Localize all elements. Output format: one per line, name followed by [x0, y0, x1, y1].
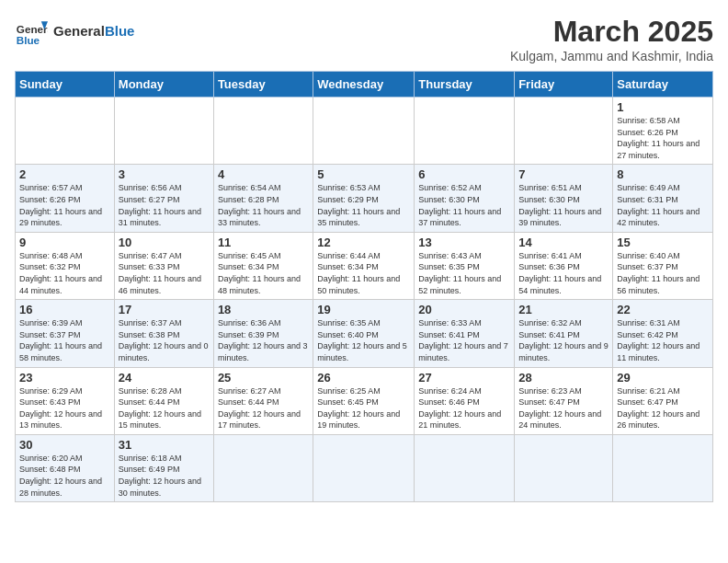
- day-number: 14: [518, 236, 609, 249]
- day-number: 27: [418, 371, 510, 385]
- calendar-cell: [313, 434, 415, 501]
- day-info: Sunrise: 6:20 AM Sunset: 6:48 PM Dayligh…: [19, 453, 110, 499]
- weekday-header: Sunday: [16, 72, 115, 98]
- weekday-header: Monday: [114, 72, 213, 98]
- day-number: 10: [119, 236, 210, 249]
- day-number: 3: [119, 167, 210, 181]
- calendar-cell: 8Sunrise: 6:49 AM Sunset: 6:31 PM Daylig…: [613, 165, 713, 232]
- day-number: 13: [418, 236, 510, 249]
- day-info: Sunrise: 6:32 AM Sunset: 6:41 PM Dayligh…: [518, 317, 609, 363]
- day-info: Sunrise: 6:39 AM Sunset: 6:37 PM Dayligh…: [19, 317, 110, 363]
- calendar-cell: 5Sunrise: 6:53 AM Sunset: 6:29 PM Daylig…: [313, 165, 415, 232]
- calendar-cell: 31Sunrise: 6:18 AM Sunset: 6:49 PM Dayli…: [114, 434, 213, 501]
- day-number: 4: [218, 167, 309, 181]
- day-info: Sunrise: 6:31 AM Sunset: 6:42 PM Dayligh…: [617, 317, 709, 363]
- calendar-cell: [313, 98, 415, 165]
- day-info: Sunrise: 6:27 AM Sunset: 6:44 PM Dayligh…: [218, 385, 309, 431]
- day-number: 31: [119, 438, 210, 452]
- calendar-cell: [415, 434, 515, 501]
- calendar-cell: [613, 434, 713, 501]
- calendar-cell: 23Sunrise: 6:29 AM Sunset: 6:43 PM Dayli…: [16, 367, 115, 434]
- logo-icon: General Blue: [15, 15, 48, 48]
- logo-blue: Blue: [105, 23, 135, 39]
- calendar-cell: 22Sunrise: 6:31 AM Sunset: 6:42 PM Dayli…: [613, 300, 713, 367]
- calendar-cell: 10Sunrise: 6:47 AM Sunset: 6:33 PM Dayli…: [114, 232, 213, 299]
- day-number: 2: [19, 167, 110, 181]
- weekday-header: Saturday: [613, 72, 713, 98]
- day-info: Sunrise: 6:57 AM Sunset: 6:26 PM Dayligh…: [19, 182, 110, 228]
- calendar-cell: 9Sunrise: 6:48 AM Sunset: 6:32 PM Daylig…: [16, 232, 115, 299]
- calendar-cell: 14Sunrise: 6:41 AM Sunset: 6:36 PM Dayli…: [515, 232, 613, 299]
- weekday-header: Thursday: [415, 72, 515, 98]
- day-info: Sunrise: 6:25 AM Sunset: 6:45 PM Dayligh…: [317, 385, 410, 431]
- day-info: Sunrise: 6:47 AM Sunset: 6:33 PM Dayligh…: [119, 250, 210, 296]
- weekday-header: Wednesday: [313, 72, 415, 98]
- calendar-week-row: 30Sunrise: 6:20 AM Sunset: 6:48 PM Dayli…: [16, 434, 713, 501]
- svg-text:Blue: Blue: [17, 34, 40, 46]
- day-info: Sunrise: 6:53 AM Sunset: 6:29 PM Dayligh…: [317, 182, 410, 228]
- calendar-cell: 11Sunrise: 6:45 AM Sunset: 6:34 PM Dayli…: [213, 232, 313, 299]
- page-header: General Blue GeneralBlue March 2025 Kulg…: [15, 15, 713, 63]
- day-info: Sunrise: 6:48 AM Sunset: 6:32 PM Dayligh…: [19, 250, 110, 296]
- day-info: Sunrise: 6:28 AM Sunset: 6:44 PM Dayligh…: [119, 385, 210, 431]
- weekday-header: Friday: [515, 72, 613, 98]
- calendar-cell: [114, 98, 213, 165]
- day-info: Sunrise: 6:54 AM Sunset: 6:28 PM Dayligh…: [218, 182, 309, 228]
- calendar-week-row: 16Sunrise: 6:39 AM Sunset: 6:37 PM Dayli…: [16, 300, 713, 367]
- calendar-cell: 25Sunrise: 6:27 AM Sunset: 6:44 PM Dayli…: [213, 367, 313, 434]
- calendar-cell: [213, 98, 313, 165]
- day-info: Sunrise: 6:56 AM Sunset: 6:27 PM Dayligh…: [119, 182, 210, 228]
- day-number: 8: [617, 167, 709, 181]
- day-number: 21: [518, 303, 609, 316]
- calendar-cell: 27Sunrise: 6:24 AM Sunset: 6:46 PM Dayli…: [415, 367, 515, 434]
- day-info: Sunrise: 6:43 AM Sunset: 6:35 PM Dayligh…: [418, 250, 510, 296]
- calendar-week-row: 1Sunrise: 6:58 AM Sunset: 6:26 PM Daylig…: [16, 98, 713, 165]
- day-number: 9: [19, 236, 110, 249]
- day-info: Sunrise: 6:29 AM Sunset: 6:43 PM Dayligh…: [19, 385, 110, 431]
- calendar-cell: [515, 434, 613, 501]
- day-number: 5: [317, 167, 410, 181]
- day-info: Sunrise: 6:33 AM Sunset: 6:41 PM Dayligh…: [418, 317, 510, 363]
- day-info: Sunrise: 6:44 AM Sunset: 6:34 PM Dayligh…: [317, 250, 410, 296]
- calendar-cell: 17Sunrise: 6:37 AM Sunset: 6:38 PM Dayli…: [114, 300, 213, 367]
- day-number: 1: [617, 100, 709, 114]
- calendar-cell: [16, 98, 115, 165]
- calendar-cell: 2Sunrise: 6:57 AM Sunset: 6:26 PM Daylig…: [16, 165, 115, 232]
- calendar-cell: 12Sunrise: 6:44 AM Sunset: 6:34 PM Dayli…: [313, 232, 415, 299]
- day-info: Sunrise: 6:24 AM Sunset: 6:46 PM Dayligh…: [418, 385, 510, 431]
- day-info: Sunrise: 6:35 AM Sunset: 6:40 PM Dayligh…: [317, 317, 410, 363]
- calendar-cell: 4Sunrise: 6:54 AM Sunset: 6:28 PM Daylig…: [213, 165, 313, 232]
- calendar-cell: 24Sunrise: 6:28 AM Sunset: 6:44 PM Dayli…: [114, 367, 213, 434]
- day-number: 19: [317, 303, 410, 316]
- calendar-cell: 6Sunrise: 6:52 AM Sunset: 6:30 PM Daylig…: [415, 165, 515, 232]
- weekday-header: Tuesday: [213, 72, 313, 98]
- day-info: Sunrise: 6:23 AM Sunset: 6:47 PM Dayligh…: [518, 385, 609, 431]
- day-number: 15: [617, 236, 709, 249]
- day-number: 29: [617, 371, 709, 385]
- day-info: Sunrise: 6:18 AM Sunset: 6:49 PM Dayligh…: [119, 453, 210, 499]
- day-number: 30: [19, 438, 110, 452]
- logo-general: General: [53, 23, 105, 39]
- location: Kulgam, Jammu and Kashmir, India: [510, 49, 713, 63]
- day-number: 20: [418, 303, 510, 316]
- calendar-cell: 20Sunrise: 6:33 AM Sunset: 6:41 PM Dayli…: [415, 300, 515, 367]
- month-title: March 2025: [510, 15, 713, 49]
- day-number: 16: [19, 303, 110, 316]
- title-block: March 2025 Kulgam, Jammu and Kashmir, In…: [510, 15, 713, 63]
- calendar-table: SundayMondayTuesdayWednesdayThursdayFrid…: [15, 71, 713, 502]
- day-number: 12: [317, 236, 410, 249]
- day-info: Sunrise: 6:36 AM Sunset: 6:39 PM Dayligh…: [218, 317, 309, 363]
- calendar-cell: [415, 98, 515, 165]
- day-number: 26: [317, 371, 410, 385]
- day-info: Sunrise: 6:58 AM Sunset: 6:26 PM Dayligh…: [617, 115, 709, 161]
- calendar-cell: 7Sunrise: 6:51 AM Sunset: 6:30 PM Daylig…: [515, 165, 613, 232]
- calendar-cell: [213, 434, 313, 501]
- day-info: Sunrise: 6:40 AM Sunset: 6:37 PM Dayligh…: [617, 250, 709, 296]
- calendar-cell: 26Sunrise: 6:25 AM Sunset: 6:45 PM Dayli…: [313, 367, 415, 434]
- day-number: 22: [617, 303, 709, 316]
- calendar-week-row: 23Sunrise: 6:29 AM Sunset: 6:43 PM Dayli…: [16, 367, 713, 434]
- calendar-cell: 18Sunrise: 6:36 AM Sunset: 6:39 PM Dayli…: [213, 300, 313, 367]
- day-number: 24: [119, 371, 210, 385]
- day-number: 7: [518, 167, 609, 181]
- calendar-cell: 16Sunrise: 6:39 AM Sunset: 6:37 PM Dayli…: [16, 300, 115, 367]
